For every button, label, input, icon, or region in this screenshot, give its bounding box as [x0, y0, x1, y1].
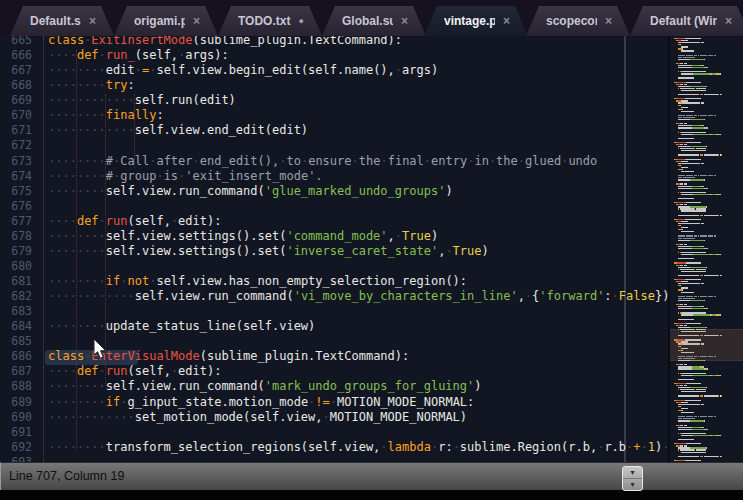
close-icon[interactable]: ×	[605, 14, 612, 28]
mouse-cursor	[93, 339, 109, 361]
code-line[interactable]: 682············self.view.run_command('vi…	[0, 289, 668, 304]
code-text: ········self.view.settings().set('invers…	[38, 244, 489, 258]
code-text: ········self.view.settings().set('comman…	[38, 229, 438, 243]
code-text: ········update_status_line(self.view)	[38, 319, 315, 333]
minimap-content	[670, 36, 743, 462]
code-line[interactable]: 687····def·run(self,·edit):	[0, 364, 668, 379]
code-text: ········finally:	[38, 108, 164, 122]
gutter-border	[43, 36, 44, 462]
code-line[interactable]: 674········#·group·is·'exit_insert_mode'…	[0, 169, 668, 184]
line-number: 673	[0, 154, 38, 169]
code-text: ····def·run(self,·edit):	[38, 214, 221, 228]
code-text: ········self.view.run_command('glue_mark…	[38, 184, 453, 198]
line-number: 680	[0, 259, 38, 274]
line-number: 665	[0, 36, 38, 48]
code-text: ········try:	[38, 78, 135, 92]
code-text: ········self.view.run_command('mark_undo…	[38, 379, 482, 393]
code-text: ············self.view.run_command('vi_mo…	[38, 289, 668, 303]
tab-label: origami.py	[134, 14, 185, 28]
code-line[interactable]: 680	[0, 259, 668, 274]
line-number: 691	[0, 425, 38, 440]
code-line[interactable]: 673········#·Call·after·end_edit(),·to·e…	[0, 154, 668, 169]
close-icon[interactable]: ×	[503, 14, 510, 28]
tab-todo.txt[interactable]: TODO.txt●	[218, 6, 322, 36]
chevron-down-icon: ▾	[630, 481, 634, 489]
code-rows: 665class·ExitInsertMode(sublime_plugin.T…	[0, 36, 668, 462]
minimap-viewport[interactable]	[670, 329, 743, 361]
tab-scopecommand[interactable]: scopecommand×	[526, 6, 630, 36]
code-line[interactable]: 670········finally:	[0, 108, 668, 123]
code-text: ········if·g_input_state.motion_mode·!=·…	[38, 395, 474, 409]
code-text: ········if·not·self.view.has_non_empty_s…	[38, 274, 467, 288]
code-line[interactable]: 690············set_motion_mode(self.view…	[0, 410, 668, 425]
scroll-up-button[interactable]: ▾	[623, 467, 642, 479]
code-text: ····def·run(self,·edit):	[38, 364, 221, 378]
line-number: 670	[0, 108, 38, 123]
code-text: ········#·Call·after·end_edit(),·to·ensu…	[38, 154, 597, 168]
line-number: 675	[0, 184, 38, 199]
close-icon[interactable]: ×	[725, 14, 732, 28]
scroll-down-button[interactable]: ▾	[623, 479, 642, 490]
line-number: 685	[0, 334, 38, 349]
tab-label: Default (Windo	[650, 14, 717, 28]
code-line[interactable]: 677····def·run(self,·edit):	[0, 214, 668, 229]
tab-label: TODO.txt	[238, 14, 291, 28]
tab-bar: Default.sublime×origami.py×TODO.txt●Glob…	[0, 0, 743, 36]
line-number: 689	[0, 395, 38, 410]
code-line[interactable]: 666····def·run_(self,·args):	[0, 48, 668, 63]
code-line[interactable]: 672	[0, 138, 668, 153]
code-line[interactable]: 675········self.view.run_command('glue_m…	[0, 184, 668, 199]
chevron-down-icon: ▾	[630, 469, 634, 477]
editor-pane[interactable]: 665class·ExitInsertMode(sublime_plugin.T…	[0, 36, 743, 462]
code-line[interactable]: 692········transform_selection_regions(s…	[0, 440, 668, 455]
tab-origami.py[interactable]: origami.py×	[114, 6, 218, 36]
code-line[interactable]: 688········self.view.run_command('mark_u…	[0, 379, 668, 394]
line-number: 674	[0, 169, 38, 184]
close-icon[interactable]: ×	[193, 14, 200, 28]
code-text: ············self.run(edit)	[38, 93, 236, 107]
code-text: ········edit·=·self.view.begin_edit(self…	[38, 63, 438, 77]
code-line[interactable]: 678········self.view.settings().set('com…	[0, 229, 668, 244]
code-line[interactable]: 683	[0, 304, 668, 319]
code-line[interactable]: 676	[0, 199, 668, 214]
code-text: ········transform_selection_regions(self…	[38, 440, 668, 454]
close-icon[interactable]: ×	[89, 14, 96, 28]
tab-label: Default.sublime	[30, 14, 81, 28]
code-line[interactable]: 665class·ExitInsertMode(sublime_plugin.T…	[0, 36, 668, 48]
code-text: class·ExitInsertMode(sublime_plugin.Text…	[38, 36, 402, 47]
line-number: 687	[0, 364, 38, 379]
tab-vintage.py[interactable]: vintage.py×	[424, 6, 528, 36]
tab-label: vintage.py	[444, 14, 495, 28]
line-number: 686	[0, 349, 38, 364]
code-line[interactable]: 681········if·not·self.view.has_non_empt…	[0, 274, 668, 289]
tab-default.sublime[interactable]: Default.sublime×	[10, 6, 114, 36]
code-line[interactable]: 667········edit·=·self.view.begin_edit(s…	[0, 63, 668, 78]
code-text: ············self.view.end_edit(edit)	[38, 123, 308, 137]
tab-default-windo[interactable]: Default (Windo×	[630, 6, 743, 36]
code-line[interactable]: 684········update_status_line(self.view)	[0, 319, 668, 334]
line-number: 676	[0, 199, 38, 214]
line-number: 672	[0, 138, 38, 153]
code-line[interactable]: 689········if·g_input_state.motion_mode·…	[0, 395, 668, 410]
code-line[interactable]: 671············self.view.end_edit(edit)	[0, 123, 668, 138]
code-text: ····def·run_(self,·args):	[38, 48, 229, 62]
line-number: 669	[0, 93, 38, 108]
code-line[interactable]: 691	[0, 425, 668, 440]
close-icon[interactable]: ×	[401, 14, 408, 28]
tab-global.sublime[interactable]: Global.sublime×	[322, 6, 426, 36]
scrollbar-steppers[interactable]: ▾ ▾	[622, 466, 643, 491]
line-number: 666	[0, 48, 38, 63]
line-number: 667	[0, 63, 38, 78]
tab-label: Global.sublime	[342, 14, 393, 28]
code-line[interactable]: 679········self.view.settings().set('inv…	[0, 244, 668, 259]
code-line[interactable]: 668········try:	[0, 78, 668, 93]
line-number: 688	[0, 379, 38, 394]
code-line[interactable]: 669············self.run(edit)	[0, 93, 668, 108]
code-viewport: 665class·ExitInsertMode(sublime_plugin.T…	[0, 36, 668, 462]
code-line[interactable]: 693	[0, 455, 668, 462]
sublime-window: Default.sublime×origami.py×TODO.txt●Glob…	[0, 0, 743, 500]
code-text: ············set_motion_mode(self.view,·M…	[38, 410, 467, 424]
tab-label: scopecommand	[546, 14, 597, 28]
line-number: 693	[0, 455, 38, 462]
minimap[interactable]	[668, 36, 743, 462]
